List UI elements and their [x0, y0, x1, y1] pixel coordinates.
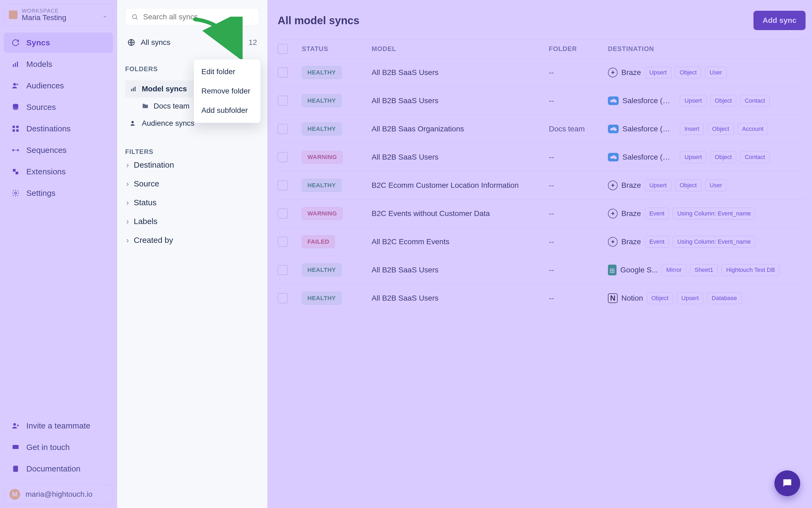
row-checkbox[interactable] — [278, 68, 288, 78]
filter-status[interactable]: › Status — [125, 193, 259, 212]
table-row[interactable]: HEALTHYAll B2B SaaS Users--Google S... M… — [278, 256, 806, 284]
dest-tag: Object — [675, 179, 702, 191]
row-checkbox[interactable] — [278, 293, 288, 303]
braze-icon: ✦ — [608, 180, 618, 190]
nav-item-settings[interactable]: Settings — [4, 183, 113, 203]
filters-header: FILTERS — [125, 148, 259, 156]
table-row[interactable]: HEALTHYAll B2B SaaS Users--NNotion Objec… — [278, 284, 806, 312]
destination-cell: ✦Braze Upsert Object User — [608, 67, 806, 78]
all-syncs-label: All syncs — [141, 38, 170, 47]
nav-footer: Invite a teammate Get in touch Documenta… — [4, 416, 113, 504]
svg-rect-9 — [16, 129, 19, 132]
dest-tag: Upsert — [645, 179, 671, 191]
salesforce-icon — [608, 153, 619, 162]
users-icon — [130, 120, 137, 127]
page-title: All model syncs — [278, 14, 360, 27]
footer-getintouch[interactable]: Get in touch — [4, 437, 113, 458]
table-row[interactable]: HEALTHYAll B2B Saas OrganizationsDocs te… — [278, 115, 806, 143]
database-icon — [11, 102, 20, 112]
svg-rect-21 — [133, 88, 134, 91]
svg-rect-7 — [16, 126, 19, 128]
svg-point-18 — [132, 14, 136, 18]
dest-tag: Object — [710, 95, 736, 107]
row-checkbox[interactable] — [278, 208, 288, 219]
chevron-right-icon: › — [126, 179, 129, 188]
model-cell: All B2B SaaS Users — [372, 153, 549, 162]
folder-cell: -- — [549, 96, 608, 105]
nav-item-models[interactable]: Models — [4, 54, 113, 74]
status-badge: HEALTHY — [302, 94, 342, 107]
braze-icon: ✦ — [608, 237, 618, 247]
table-row[interactable]: HEALTHYB2C Ecomm Customer Location Infor… — [278, 171, 806, 199]
table-row[interactable]: FAILEDAll B2C Ecomm Events--✦Braze Event… — [278, 227, 806, 256]
select-all-checkbox[interactable] — [278, 44, 288, 54]
nav-item-syncs[interactable]: Syncs — [4, 33, 113, 53]
status-badge: WARNING — [302, 207, 343, 220]
avatar: M — [9, 489, 20, 500]
status-badge: HEALTHY — [302, 123, 342, 135]
nav-item-extensions[interactable]: Extensions — [4, 162, 113, 182]
ctx-edit-folder[interactable]: Edit folder — [194, 62, 261, 81]
nav-item-sources[interactable]: Sources — [4, 97, 113, 117]
model-cell: All B2B Saas Organizations — [372, 125, 549, 133]
row-checkbox[interactable] — [278, 152, 288, 162]
row-checkbox[interactable] — [278, 265, 288, 275]
folder-cell: -- — [549, 153, 608, 162]
footer-docs[interactable]: Documentation — [4, 459, 113, 479]
nav-label: Extensions — [26, 167, 66, 176]
table-row[interactable]: WARNINGAll B2B SaaS Users--Salesforce (M… — [278, 143, 806, 171]
footer-invite[interactable]: Invite a teammate — [4, 416, 113, 436]
filter-createdby[interactable]: › Created by — [125, 231, 259, 250]
braze-icon: ✦ — [608, 209, 618, 218]
ctx-add-subfolder[interactable]: Add subfolder — [194, 101, 261, 120]
dest-tag: Account — [738, 123, 768, 135]
row-checkbox[interactable] — [278, 237, 288, 247]
destination-name: Google S... — [620, 266, 658, 274]
svg-rect-1 — [15, 63, 16, 67]
svg-rect-2 — [17, 61, 18, 67]
chat-fab[interactable] — [774, 470, 800, 496]
workspace-label: WORKSPACE — [22, 8, 97, 14]
folder-cell: -- — [549, 209, 608, 218]
table-row[interactable]: WARNINGB2C Events without Customer Data-… — [278, 199, 806, 227]
nav-item-audiences[interactable]: Audiences — [4, 76, 113, 96]
table-body: HEALTHYAll B2B SaaS Users--✦Braze Upsert… — [278, 58, 806, 312]
table-header: STATUS MODEL FOLDER DESTINATION — [278, 39, 806, 58]
nav-item-sequences[interactable]: Sequences — [4, 140, 113, 160]
dest-tag: Database — [707, 292, 741, 304]
svg-rect-0 — [13, 64, 14, 67]
search-icon — [131, 13, 138, 20]
folder-label: Model syncs — [142, 85, 187, 93]
destination-cell: Google S... Mirror Sheet1 Hightouch Test… — [608, 264, 806, 276]
col-status: STATUS — [302, 45, 372, 53]
svg-point-11 — [17, 150, 18, 151]
notion-icon: N — [608, 293, 618, 303]
nav-item-destinations[interactable]: Destinations — [4, 119, 113, 139]
dest-tag: User — [705, 179, 727, 191]
add-sync-button[interactable]: Add sync — [754, 11, 806, 30]
status-badge: HEALTHY — [302, 292, 342, 305]
workspace-switcher[interactable]: WORKSPACE Maria Testing ⌄ — [4, 4, 113, 26]
table-row[interactable]: HEALTHYAll B2B SaaS Users--✦Braze Upsert… — [278, 58, 806, 86]
destination-name: Braze — [621, 181, 641, 190]
table-row[interactable]: HEALTHYAll B2B SaaS Users--Salesforce (M… — [278, 86, 806, 115]
filter-destination[interactable]: › Destination — [125, 156, 259, 174]
status-badge: HEALTHY — [302, 179, 342, 192]
col-folder: FOLDER — [549, 45, 608, 53]
nav-label: Sequences — [26, 145, 66, 155]
dest-tag: Object — [647, 292, 673, 304]
chevron-down-icon: ⌄ — [102, 10, 108, 19]
row-checkbox[interactable] — [278, 96, 288, 106]
row-checkbox[interactable] — [278, 124, 288, 134]
filter-label: Created by — [134, 236, 173, 245]
destination-cell: Salesforce (Maria ... Upsert Object Cont… — [608, 151, 806, 163]
syncs-panel: All syncs 12 FOLDERS + New Model syncs 9… — [117, 0, 267, 508]
ctx-remove-folder[interactable]: Remove folder — [194, 81, 261, 101]
filter-label: Status — [134, 198, 156, 207]
flow-icon — [11, 145, 20, 155]
destination-name: Braze — [621, 68, 641, 77]
user-menu[interactable]: M maria@hightouch.io — [4, 484, 113, 504]
row-checkbox[interactable] — [278, 180, 288, 190]
filter-source[interactable]: › Source — [125, 174, 259, 193]
filter-labels[interactable]: › Labels — [125, 212, 259, 231]
